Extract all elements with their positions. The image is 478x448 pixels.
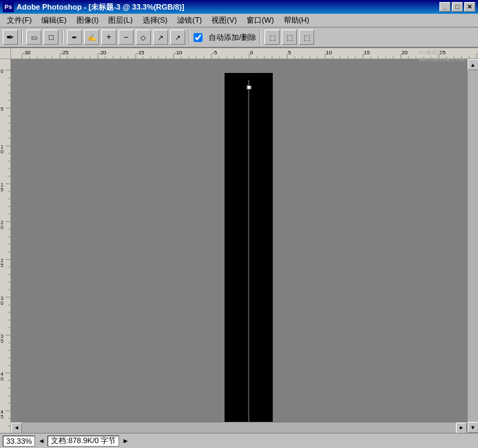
scrollbar-vertical[interactable]: ▲ ▼ [467,59,478,433]
menu-filter[interactable]: 滤镜(T) [173,14,206,27]
path-line [249,80,249,433]
close-button[interactable]: ✕ [464,2,475,12]
document-canvas [225,73,273,433]
scroll-left-button[interactable]: ◄ [11,423,22,434]
tool-extra-1[interactable]: ⬚ [264,30,280,45]
title-bar-left: Ps Adobe Photoshop - [未标题-3 @ 33.3%(RGB/… [3,1,185,12]
scroll-track-horizontal[interactable] [22,423,456,434]
scroll-up-button[interactable]: ▲ [468,59,479,70]
tool-add-anchor[interactable]: + [101,30,116,45]
tool-delete-anchor[interactable]: − [118,30,134,45]
tool-shape-rect[interactable]: ▭ [26,30,41,45]
tool-shape-rounded[interactable]: ▢ [43,30,59,45]
menu-image[interactable]: 图像(I) [72,14,103,27]
tool-freeform-pen[interactable]: ✍ [84,30,99,45]
title-bar: Ps Adobe Photoshop - [未标题-3 @ 33.3%(RGB/… [0,0,478,14]
menu-window[interactable]: 窗口(W) [242,14,278,27]
scroll-down-button[interactable]: ▼ [468,422,479,433]
tool-path-select[interactable]: ↗ [170,30,185,45]
menu-edit[interactable]: 编辑(E) [37,14,71,27]
path-handle-top[interactable] [247,85,251,89]
scroll-right-button[interactable]: ► [456,423,467,434]
menu-view[interactable]: 视图(V) [207,14,241,27]
menu-bar: 文件(F) 编辑(E) 图像(I) 图层(L) 选择(S) 滤镜(T) 视图(V… [0,14,478,28]
maximize-button[interactable]: □ [452,2,463,12]
canvas-scroll [11,59,478,433]
menu-file[interactable]: 文件(F) [3,14,36,27]
tool-direct-select[interactable]: ↗ [153,30,168,45]
window-title: Adobe Photoshop - [未标题-3 @ 33.3%(RGB/8)] [17,2,185,12]
menu-layer[interactable]: 图层(L) [104,14,136,27]
toolbar-separator-2 [62,30,63,45]
zoom-level[interactable]: 33.33% [3,436,35,447]
toolbar-separator-1 [21,30,23,45]
toolbar-separator-3 [189,30,190,45]
title-bar-controls[interactable]: _ □ ✕ [439,2,475,12]
auto-add-delete-label: 自动添加/删除 [209,32,256,43]
app-logo: Ps [3,1,14,12]
minimize-button[interactable]: _ [439,2,450,12]
scroll-track-vertical[interactable] [468,70,479,422]
doc-info: 文档:878.9K/0 字节 [48,436,119,447]
scrollbar-horizontal[interactable]: ◄ ► [11,422,467,433]
options-bar: ✒ ▭ ▢ ✒ ✍ + − ◇ ↗ ↗ 自动添加/删除 ⬚ ⬚ ⬚ [0,28,478,48]
zoom-value: 33.33% [6,437,32,445]
ruler-vertical [0,59,11,433]
menu-select[interactable]: 选择(S) [138,14,172,27]
main-area: ▲ ▼ ◄ ► PS教程口BBS.DEVJAI.COM [0,48,478,433]
status-arrow-right[interactable]: ► [122,437,129,445]
toolbar-separator-4 [260,30,261,45]
ruler-horizontal [11,48,478,59]
tool-convert-anchor[interactable]: ◇ [136,30,151,45]
auto-add-delete-checkbox[interactable] [194,33,202,42]
tool-extra-2[interactable]: ⬚ [282,30,297,45]
tool-pen-mode-path[interactable]: ✒ [3,30,18,45]
status-arrow-left[interactable]: ◄ [38,437,45,445]
tool-pen[interactable]: ✒ [67,30,82,45]
ruler-corner [0,48,11,59]
topright-info: PS教程口BBS.DEVJAI.COM [417,48,466,64]
status-bar: 33.33% ◄ 文档:878.9K/0 字节 ► [0,433,478,448]
menu-help[interactable]: 帮助(H) [280,14,313,27]
canvas-container: ▲ ▼ ◄ ► PS教程口BBS.DEVJAI.COM [0,48,478,433]
doc-info-value: 文档:878.9K/0 字节 [51,436,116,446]
tool-extra-3[interactable]: ⬚ [299,30,314,45]
